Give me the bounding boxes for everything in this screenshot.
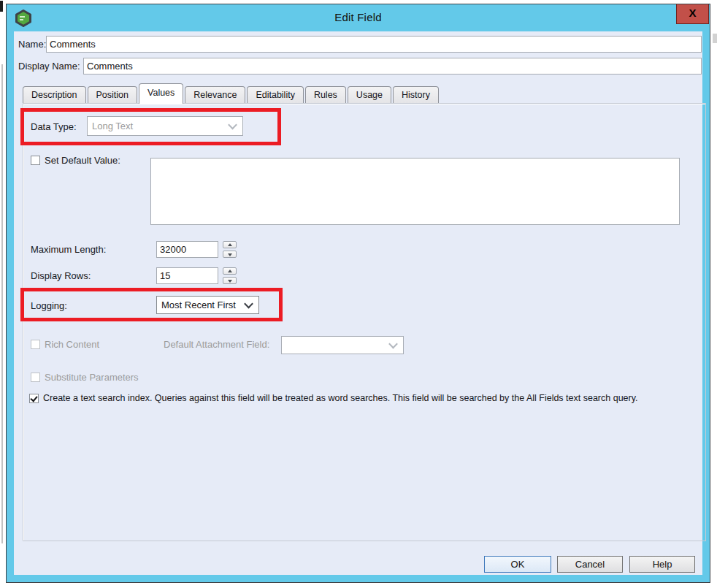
dialog-content: Name: Display Name: Description Position… xyxy=(14,31,702,575)
maximum-length-input[interactable] xyxy=(156,241,218,258)
display-rows-input[interactable] xyxy=(156,267,218,284)
tab-description[interactable]: Description xyxy=(23,86,86,103)
rich-content-checkbox xyxy=(31,340,40,349)
values-tab-panel: Data Type: Long Text Set Default Value: … xyxy=(23,103,706,541)
spin-up-button[interactable] xyxy=(223,241,237,248)
substitute-parameters-label: Substitute Parameters xyxy=(45,372,139,383)
title-bar[interactable]: Edit Field X xyxy=(7,4,710,31)
tab-rules[interactable]: Rules xyxy=(305,86,346,103)
close-button[interactable]: X xyxy=(676,4,709,24)
logging-value: Most Recent First xyxy=(161,299,236,310)
help-button[interactable]: Help xyxy=(629,556,695,573)
dialog-title: Edit Field xyxy=(7,11,710,23)
background-window-edge-right xyxy=(713,34,717,43)
tab-usage[interactable]: Usage xyxy=(348,86,391,103)
data-type-value: Long Text xyxy=(92,121,133,131)
data-type-dropdown: Long Text xyxy=(87,116,243,136)
logging-dropdown[interactable]: Most Recent First xyxy=(156,296,259,314)
rich-content-label: Rich Content xyxy=(45,339,99,350)
chevron-down-icon xyxy=(388,339,398,348)
tab-values[interactable]: Values xyxy=(139,83,183,104)
name-label: Name: xyxy=(18,39,46,50)
spin-up-button[interactable] xyxy=(223,267,237,275)
maximum-length-label: Maximum Length: xyxy=(31,244,106,255)
text-search-index-label: Create a text search index. Queries agai… xyxy=(43,392,672,405)
background-text-fragment xyxy=(0,1,3,12)
edit-field-dialog: Edit Field X Name: Display Name: Descrip… xyxy=(6,4,710,583)
background-window-edge xyxy=(1,64,3,543)
data-type-label: Data Type: xyxy=(31,121,77,132)
display-rows-spinner xyxy=(223,267,237,284)
tab-history[interactable]: History xyxy=(393,86,439,103)
display-rows-label: Display Rows: xyxy=(31,270,91,281)
tab-strip: Description Position Values Relevance Ed… xyxy=(23,83,440,103)
text-search-index-checkbox[interactable] xyxy=(29,394,39,403)
maximum-length-spinner xyxy=(223,241,237,258)
ok-button[interactable]: OK xyxy=(484,556,551,573)
name-input[interactable] xyxy=(46,36,702,53)
tab-editability[interactable]: Editability xyxy=(247,86,304,103)
display-name-label: Display Name: xyxy=(18,61,80,72)
default-attachment-field-label: Default Attachment Field: xyxy=(164,339,269,350)
spin-down-button[interactable] xyxy=(223,277,237,284)
chevron-down-icon xyxy=(244,299,253,308)
substitute-parameters-checkbox xyxy=(31,373,40,382)
spin-down-button[interactable] xyxy=(223,251,237,258)
tab-relevance[interactable]: Relevance xyxy=(185,86,245,103)
set-default-value-label: Set Default Value: xyxy=(45,155,120,166)
tab-position[interactable]: Position xyxy=(88,86,137,103)
set-default-value-checkbox[interactable] xyxy=(31,156,40,165)
logging-label: Logging: xyxy=(31,300,67,311)
default-value-textarea[interactable] xyxy=(150,158,680,225)
chevron-down-icon xyxy=(228,120,237,129)
default-attachment-field-dropdown xyxy=(281,336,404,354)
display-name-input[interactable] xyxy=(83,58,702,75)
cancel-button[interactable]: Cancel xyxy=(557,556,623,573)
